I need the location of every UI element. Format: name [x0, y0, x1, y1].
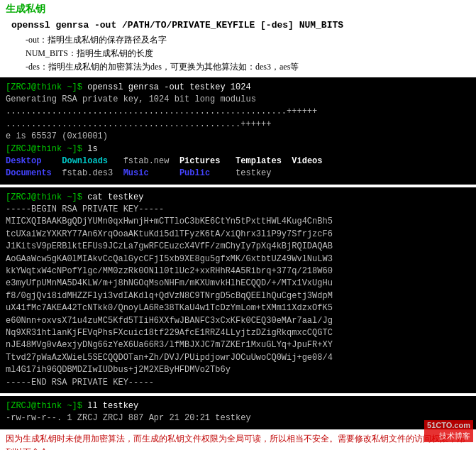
- key-line-12: Ttvd27pWaAzXWieL5SECQQDOTan+Zh/DVJ/PUipd…: [6, 353, 333, 363]
- ls-output-line1: Desktop Downloads fstab.new Pictures Tem…: [6, 156, 323, 166]
- output-dots2: ........................................…: [6, 119, 271, 129]
- ls-templates: Templates: [236, 156, 282, 166]
- key-line-2: tcUXaiWzYXKRY77An6XrqOoaAKtuKdi5dlTFyzK6…: [6, 229, 333, 239]
- prompt-4: [ZRCJ@think ~]$: [6, 401, 87, 411]
- main-command: openssl genrsa -out /PATH/TO/PRIVATE_KEY…: [11, 20, 465, 31]
- ls-desktop: Desktop: [6, 156, 41, 166]
- command-block: openssl genrsa -out /PATH/TO/PRIVATE_KEY…: [6, 18, 470, 76]
- info-section: 因为生成私钥时未使用加密算法，而生成的私钥文件权限为全局可读，所以相当不安全。需…: [0, 429, 476, 450]
- param-list: -out：指明生成私钥的保存路径及名字 NUM_BITS：指明生成私钥的长度 -…: [11, 33, 465, 75]
- key-line-10: Nq9XR31htlanKjFEVqPhsFXcuic18tf229AfcE1R…: [6, 328, 333, 338]
- terminal-block-1: [ZRCJ@think ~]$ openssl genrsa -out test…: [0, 77, 476, 185]
- watermark-label: 技术博客: [424, 430, 473, 442]
- prompt-3: [ZRCJ@think ~]$: [6, 192, 87, 202]
- header-section: 生成私钥 openssl genrsa -out /PATH/TO/PRIVAT…: [0, 0, 476, 77]
- ls-public: Public: [179, 168, 210, 178]
- cmd-cat: cat testkey: [87, 192, 143, 202]
- ls-fstab-des3: fstab.des3: [62, 168, 113, 178]
- terminal-block-2: [ZRCJ@think ~]$ cat testkey -----BEGIN R…: [0, 187, 476, 393]
- key-line-13: ml4G17ih96QDBMDZIwIUDbus+j2M2XEByHFDMVo2…: [6, 365, 231, 375]
- cmd-ll: ll testkey: [87, 401, 138, 411]
- param-line-3: -des：指明生成私钥的加密算法为des，可更换为其他算法如：des3，aes等: [26, 60, 465, 74]
- key-begin: -----BEGIN RSA PRIVATE KEY-----: [6, 204, 164, 214]
- terminal-block-3: [ZRCJ@think ~]$ ll testkey -rw-rw-r--. 1…: [0, 396, 476, 429]
- watermark: 51CTO.com 技术博客: [424, 420, 473, 442]
- prompt-2: [ZRCJ@think ~]$: [6, 144, 87, 154]
- cmd-ls: ls: [87, 144, 97, 154]
- footer-text-1: 因为生成私钥时未使用加密算法，而生成的私钥文件权限为全局可读，所以相当不安全。需…: [6, 434, 372, 444]
- ls-testkey: testkey: [236, 168, 271, 178]
- key-line-11: nJE48MVg0vAexjyDNg66zYeX6Ua66R3/lfMBJXJC…: [6, 340, 333, 350]
- ls-fstab-new: fstab.new: [123, 156, 179, 166]
- ll-output: -rw-rw-r--. 1 ZRCJ ZRCJ 887 Apr 21 20:21…: [6, 413, 251, 423]
- ls-videos: Videos: [292, 156, 322, 166]
- ls-music: Music: [123, 168, 149, 178]
- section-title: 生成私钥: [6, 3, 470, 16]
- ls-documents: Documents: [6, 168, 52, 178]
- ls-output-line2: Documents fstab.des3 Music Public testke…: [6, 168, 272, 178]
- ls-pictures: Pictures: [179, 156, 221, 166]
- key-line-7: f8/0gjQvi8idMHZZFlyi3vdIAKdlq+QdVzN8C9TN…: [6, 291, 333, 301]
- key-line-6: e3myUfpUMnMA5D4KLW/m+j8hNGOqMsoNHFm/mKXU…: [6, 278, 333, 288]
- output-gen: Generating RSA private key, 1024 bit lon…: [6, 94, 256, 104]
- page-wrapper: 生成私钥 openssl genrsa -out /PATH/TO/PRIVAT…: [0, 0, 476, 450]
- output-dots1: ........................................…: [6, 106, 317, 116]
- watermark-site: 51CTO.com: [424, 420, 473, 430]
- key-line-3: J1KitsV9pERBlktEFUs9JCzLa7gwRFCEuzcX4VfF…: [6, 241, 333, 251]
- ls-downloads: Downloads: [62, 156, 108, 166]
- param-line-1: -out：指明生成私钥的保存路径及名字: [26, 33, 465, 47]
- param-line-2: NUM_BITS：指明生成私钥的长度: [26, 47, 465, 60]
- cmd-genrsa: openssl genrsa -out testkey 1024: [87, 82, 250, 92]
- key-line-8: uX41fMc7AKEA42TcNTkk0/QnoyLA6Re38TKaU4w1…: [6, 303, 333, 313]
- key-line-1: MIICXQIBAAKBgQDjYUMn0qxHwnjH+mCTTloC3bKE…: [6, 216, 333, 226]
- output-e: e is 65537 (0x10001): [6, 131, 108, 141]
- key-line-5: kkYWqtxW4cNPofYlgc/MM0zzRk0ONll0tlUc2+xx…: [6, 266, 333, 276]
- page-container: 生成私钥 openssl genrsa -out /PATH/TO/PRIVAT…: [0, 0, 476, 450]
- key-line-9: e60Nnn+oxvsX71u4zuMC5Kfd5TIiH6XXfwJBANFC…: [6, 316, 333, 326]
- key-line-4: AoGAaWcw5gKA0lMIAkvCcQalGycCFjI5xb9XE8gu…: [6, 254, 333, 264]
- prompt-1: [ZRCJ@think ~]$: [6, 82, 87, 92]
- key-end: -----END RSA PRIVATE KEY-----: [6, 378, 154, 388]
